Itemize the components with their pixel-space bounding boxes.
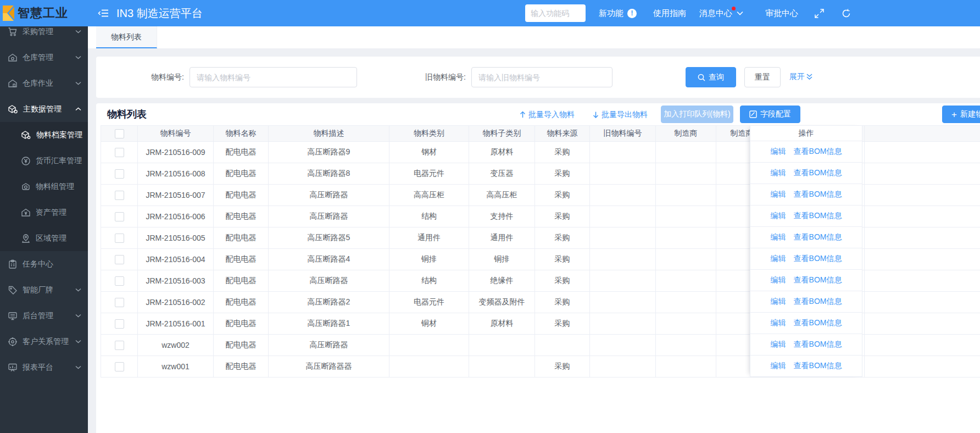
search-button[interactable]: 查询: [686, 67, 736, 87]
view-bom-link[interactable]: 查看BOM信息: [794, 232, 842, 242]
batch-import-link[interactable]: 批量导入物料: [519, 110, 575, 120]
view-bom-link[interactable]: 查看BOM信息: [794, 190, 842, 199]
new-feature-link[interactable]: 新功能 !: [599, 8, 637, 19]
edit-link[interactable]: 编辑: [771, 254, 786, 264]
add-print-queue-button[interactable]: 加入打印队列(物料): [661, 106, 733, 123]
operation-cell: 编辑查看BOM信息: [750, 356, 862, 377]
view-bom-link[interactable]: 查看BOM信息: [794, 275, 842, 285]
row-checkbox[interactable]: [115, 362, 124, 371]
row-checkbox[interactable]: [115, 298, 124, 307]
row-checkbox[interactable]: [115, 148, 124, 157]
sidebar-item-6[interactable]: 后台管理: [0, 303, 88, 329]
material-table: 物料编号物料名称物料描述物料类别物料子类别物料来源旧物料编号制造商制造商物料编号…: [101, 125, 980, 378]
notification-dot: [732, 7, 736, 10]
chevron-down-icon: [75, 288, 81, 292]
select-all-checkbox[interactable]: [115, 129, 124, 138]
function-code-input[interactable]: [525, 4, 586, 22]
logo: 智慧工业: [0, 0, 88, 26]
exclamation-badge-icon: !: [627, 9, 637, 18]
row-checkbox[interactable]: [115, 255, 124, 264]
tag-icon: [8, 285, 18, 295]
approval-center-link[interactable]: 审批中心: [765, 8, 798, 19]
sidebar-subitem-3-0[interactable]: 物料档案管理: [0, 122, 88, 148]
row-checkbox[interactable]: [115, 191, 124, 200]
sidebar-subitem-3-3[interactable]: 资产管理: [0, 199, 88, 225]
edit-link[interactable]: 编辑: [771, 361, 786, 371]
refresh-icon[interactable]: [842, 9, 851, 18]
column-header-code: 物料编号: [138, 126, 214, 142]
app-window: 智慧工业 IN3 制造运营平台 新功能 ! 使用指南 消息中心: [0, 0, 980, 433]
sidebar: 采购管理仓库管理仓库作业主数据管理物料档案管理货币汇率管理物料组管理资产管理区域…: [0, 26, 88, 433]
material-code-input[interactable]: [190, 67, 357, 87]
view-bom-link[interactable]: 查看BOM信息: [794, 297, 842, 307]
edit-link[interactable]: 编辑: [771, 168, 786, 178]
row-checkbox[interactable]: [115, 234, 124, 243]
edit-link[interactable]: 编辑: [771, 318, 786, 328]
sidebar-item-5[interactable]: 智能厂牌: [0, 277, 88, 303]
view-bom-link[interactable]: 查看BOM信息: [794, 211, 842, 221]
field-config-button[interactable]: 字段配置: [740, 106, 800, 123]
sidebar-item-1[interactable]: 仓库管理: [0, 45, 88, 70]
old-material-code-input[interactable]: [471, 67, 612, 87]
edit-link[interactable]: 编辑: [771, 211, 786, 221]
operation-cell: 编辑查看BOM信息: [750, 313, 862, 334]
edit-link[interactable]: 编辑: [771, 232, 786, 242]
house-yen-icon: [21, 208, 31, 218]
sidebar-subitem-3-4[interactable]: 区域管理: [0, 225, 88, 251]
batch-export-link[interactable]: 批量导出物料: [592, 110, 648, 120]
monitor-icon: [8, 311, 18, 321]
warehouse-icon: [8, 53, 18, 63]
message-center-link[interactable]: 消息中心: [699, 8, 743, 19]
edit-link[interactable]: 编辑: [771, 297, 786, 307]
row-checkbox[interactable]: [115, 169, 124, 179]
cart-icon: [8, 27, 18, 37]
edit-link[interactable]: 编辑: [771, 275, 786, 285]
edit-link[interactable]: 编辑: [771, 340, 786, 349]
yen-circle-icon: [21, 156, 31, 166]
chevron-down-icon: [75, 365, 81, 369]
sidebar-item-2[interactable]: 仓库作业: [0, 70, 88, 96]
sidebar-item-3[interactable]: 主数据管理: [0, 96, 88, 122]
fullscreen-icon[interactable]: [815, 9, 824, 18]
expand-link[interactable]: 展开: [789, 72, 812, 82]
sidebar-collapse-icon[interactable]: [98, 9, 109, 18]
tab-material-list[interactable]: 物料列表: [96, 26, 157, 48]
sidebar-item-8[interactable]: 报表平台: [0, 354, 88, 380]
column-header-extra2: [865, 126, 980, 142]
row-checkbox[interactable]: [115, 319, 124, 329]
edit-link[interactable]: 编辑: [771, 190, 786, 199]
edit-icon: [749, 110, 757, 118]
sidebar-subitem-3-2[interactable]: 物料组管理: [0, 174, 88, 199]
operation-column: 操作编辑查看BOM信息编辑查看BOM信息编辑查看BOM信息编辑查看BOM信息编辑…: [750, 125, 862, 377]
guide-link[interactable]: 使用指南: [653, 8, 686, 19]
material-code-label: 物料编号:: [118, 73, 184, 82]
app-title: IN3 制造运营平台: [116, 6, 203, 21]
column-header-source: 物料来源: [535, 126, 590, 142]
view-bom-link[interactable]: 查看BOM信息: [794, 254, 842, 264]
row-checkbox[interactable]: [115, 212, 124, 221]
filter-panel: 物料编号: 旧物料编号: 查询 重置 展开: [96, 57, 980, 98]
view-bom-link[interactable]: 查看BOM信息: [794, 318, 842, 328]
view-bom-link[interactable]: 查看BOM信息: [794, 168, 842, 178]
select-all-checkbox-cell: [101, 126, 138, 142]
top-bar: 智慧工业 IN3 制造运营平台 新功能 ! 使用指南 消息中心: [0, 0, 980, 26]
reset-button[interactable]: 重置: [744, 67, 781, 87]
sidebar-item-0[interactable]: 采购管理: [0, 26, 88, 45]
column-header-subcategory: 物料子类别: [469, 126, 535, 142]
row-checkbox[interactable]: [115, 276, 124, 286]
sidebar-item-7[interactable]: 客户关系管理: [0, 329, 88, 354]
chevron-down-icon: [75, 340, 81, 343]
sidebar-subitem-3-1[interactable]: 货币汇率管理: [0, 148, 88, 174]
edit-link[interactable]: 编辑: [771, 147, 786, 157]
new-material-button[interactable]: + 新建物料: [942, 106, 980, 123]
column-header-desc: 物料描述: [269, 126, 389, 142]
column-header-name: 物料名称: [214, 126, 269, 142]
view-bom-link[interactable]: 查看BOM信息: [794, 361, 842, 371]
sidebar-item-4[interactable]: 任务中心: [0, 251, 88, 277]
view-bom-link[interactable]: 查看BOM信息: [794, 340, 842, 349]
house-icon: [8, 79, 18, 88]
operation-cell: 编辑查看BOM信息: [750, 227, 862, 248]
row-checkbox[interactable]: [115, 341, 124, 350]
sidebar-submenu: 物料档案管理货币汇率管理物料组管理资产管理区域管理: [0, 122, 88, 251]
view-bom-link[interactable]: 查看BOM信息: [794, 147, 842, 157]
